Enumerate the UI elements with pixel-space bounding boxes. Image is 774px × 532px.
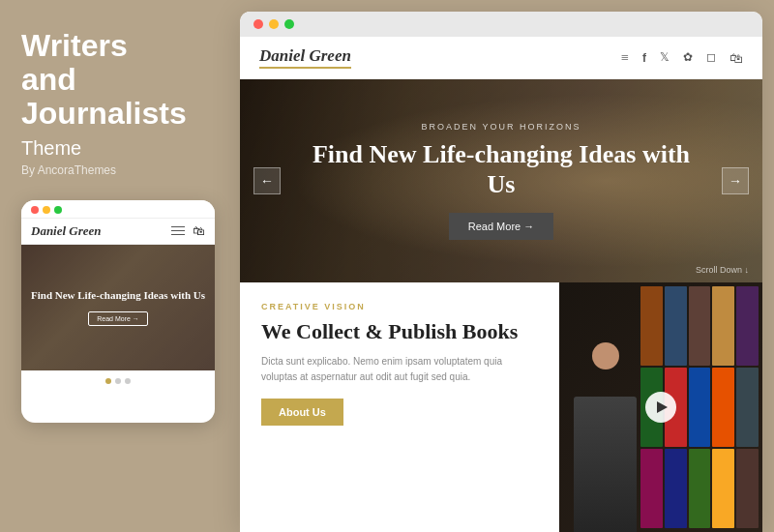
about-us-button[interactable]: About Us — [261, 399, 343, 426]
mobile-preview: Daniel Green 🛍 Find New Life-changing Id… — [21, 200, 215, 423]
mobile-logo: Daniel Green — [31, 223, 102, 239]
book-spine — [712, 286, 734, 366]
left-panel: Writers and Journalists Theme By AncoraT… — [0, 0, 240, 532]
book-spine — [712, 368, 734, 447]
pinterest-icon[interactable]: ✿ — [683, 50, 693, 65]
book-spine — [665, 449, 687, 528]
book-spine — [665, 286, 687, 366]
facebook-icon[interactable]: f — [642, 51, 646, 65]
footer-dot-1 — [105, 378, 111, 384]
hero-next-button[interactable]: → — [722, 167, 749, 194]
mobile-read-more-button[interactable]: Read More → — [88, 311, 148, 326]
mobile-hero-title: Find New Life-changing Ideas with Us — [31, 288, 205, 302]
instagram-icon[interactable]: ◻ — [706, 50, 716, 65]
site-logo: Daniel Green — [259, 46, 351, 69]
mobile-dot-red — [31, 206, 39, 214]
mobile-nav-icons: 🛍 — [171, 223, 205, 239]
mobile-dot-yellow — [43, 206, 50, 214]
mobile-footer-dots — [21, 370, 215, 392]
bottom-content: CREATIVE VISION We Collect & Publish Boo… — [240, 282, 762, 532]
book-spine — [712, 449, 734, 528]
hamburger-icon[interactable] — [171, 226, 185, 236]
footer-dot-3 — [125, 378, 131, 384]
cart-wrapper[interactable]: 🛍 — [729, 49, 743, 67]
bookshelf-image — [559, 282, 762, 532]
hero-prev-button[interactable]: ← — [253, 167, 281, 194]
twitter-icon[interactable]: 𝕏 — [660, 50, 670, 65]
book-spine — [736, 286, 759, 366]
book-spine — [736, 449, 759, 528]
hamburger-nav-icon[interactable]: ≡ — [621, 50, 629, 66]
footer-dot-2 — [115, 378, 121, 384]
play-button[interactable] — [645, 392, 676, 423]
theme-subtitle: Theme — [21, 137, 219, 160]
by-text: By AncoraThemes — [21, 163, 219, 177]
hero-section: ← → BROADEN YOUR HORIZONS Find New Life-… — [240, 79, 762, 282]
hero-eyebrow: BROADEN YOUR HORIZONS — [422, 122, 581, 132]
book-spine — [736, 368, 759, 447]
site-header: Daniel Green ≡ f 𝕏 ✿ ◻ 🛍 — [240, 37, 762, 79]
book-spine — [689, 449, 711, 528]
book-spine — [640, 286, 663, 366]
mobile-hero: Find New Life-changing Ideas with Us Rea… — [21, 245, 215, 370]
mobile-cart-icon[interactable]: 🛍 — [193, 223, 205, 239]
book-spine — [689, 368, 711, 447]
main-panel: Daniel Green ≡ f 𝕏 ✿ ◻ 🛍 ← → BROADEN YOU… — [240, 12, 762, 532]
main-title: Writers and Journalists — [21, 29, 219, 132]
book-spine — [689, 286, 711, 366]
bottom-right-image — [559, 282, 762, 532]
mobile-dots — [31, 206, 62, 214]
cart-icon[interactable]: 🛍 — [729, 51, 743, 66]
site-header-nav: ≡ f 𝕏 ✿ ◻ 🛍 — [621, 49, 743, 67]
chrome-dot-red[interactable] — [253, 19, 263, 29]
browser-content: Daniel Green ≡ f 𝕏 ✿ ◻ 🛍 ← → BROADEN YOU… — [240, 37, 762, 532]
section-body-text: Dicta sunt explicabo. Nemo enim ipsam vo… — [261, 354, 538, 385]
chrome-dot-green[interactable] — [284, 19, 294, 29]
browser-chrome — [240, 12, 762, 37]
hero-read-more-button[interactable]: Read More → — [449, 213, 553, 240]
bottom-left-content: CREATIVE VISION We Collect & Publish Boo… — [240, 282, 559, 532]
scroll-down[interactable]: Scroll Down ↓ — [696, 265, 749, 275]
mobile-logo-bar — [21, 200, 215, 219]
chrome-dot-yellow[interactable] — [269, 19, 279, 29]
hero-content: BROADEN YOUR HORIZONS Find New Life-chan… — [240, 79, 762, 282]
section-eyebrow: CREATIVE VISION — [261, 302, 538, 311]
play-triangle-icon — [657, 401, 668, 413]
mobile-dot-green — [54, 206, 62, 214]
section-title: We Collect & Publish Books — [261, 319, 538, 344]
mobile-hero-content: Find New Life-changing Ideas with Us Rea… — [31, 288, 205, 326]
hero-title: Find New Life-changing Ideas with Us — [298, 139, 704, 199]
book-spine — [640, 449, 663, 528]
